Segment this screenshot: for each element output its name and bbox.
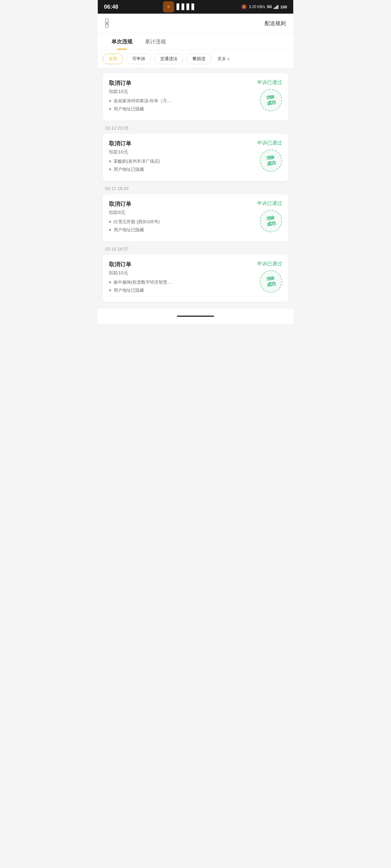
card-detail-2-2: 用户地址已隐藏 — [109, 167, 257, 173]
tab-cumulative-violation[interactable]: 累计违规 — [139, 33, 172, 50]
stamp-line2-3: 成功 — [266, 220, 277, 227]
stamp-4: 消除 成功 — [258, 269, 284, 294]
content-area: 取消订单 扣款10元 皇叔家漳州四果汤·炸串（万… 用户地址已隐藏 申诉已通过 … — [98, 68, 293, 308]
card-amount-1: 扣款10元 — [109, 89, 257, 95]
bullet-icon — [109, 229, 111, 231]
filter-bar: 全部 可申诉 交通违法 餐损违 更多 ∨ — [98, 50, 293, 68]
tabs-container: 单次违规 累计违规 — [98, 33, 293, 50]
bullet-icon — [109, 168, 111, 170]
appeal-status-4: 申诉已通过 — [257, 261, 282, 267]
date-separator-4: 02-10 16:57 — [98, 242, 293, 254]
mute-icon: 🔕 — [241, 4, 247, 10]
header: ‹ 配送规则 — [98, 13, 293, 33]
card-right-1: 申诉已通过 消除 成功 — [257, 80, 282, 111]
card-left-2: 取消订单 扣款10元 茉酸奶(泉州丰泽广场店) 用户地址已隐藏 — [109, 140, 257, 175]
card-right-3: 申诉已通过 消除 成功 — [257, 200, 282, 232]
stamp-line2-1: 成功 — [266, 99, 277, 106]
chevron-down-icon: ∨ — [227, 57, 230, 61]
filter-traffic[interactable]: 交通违法 — [154, 54, 184, 64]
violation-card-1: 取消订单 扣款10元 皇叔家漳州四果汤·炸串（万… 用户地址已隐藏 申诉已通过 … — [103, 73, 288, 121]
filter-food[interactable]: 餐损违 — [187, 54, 211, 64]
bottom-bar — [98, 308, 293, 323]
appeal-status-1: 申诉已通过 — [257, 80, 282, 86]
card-detail-3-1: 白雪元宵圆 (西街105号) — [109, 219, 257, 225]
filter-all[interactable]: 全部 — [103, 54, 123, 64]
status-center: 策 ▋▋▋▋ — [163, 1, 196, 12]
card-left-4: 取消订单 扣款10元 振中服饰(程居数字经济智慧… 用户地址已隐藏 — [109, 261, 257, 296]
card-left-1: 取消订单 扣款10元 皇叔家漳州四果汤·炸串（万… 用户地址已隐藏 — [109, 80, 257, 114]
stamp-line2-2: 成功 — [266, 160, 277, 167]
bullet-icon — [109, 160, 111, 162]
card-right-4: 申诉已通过 消除 成功 — [257, 261, 282, 292]
card-detail-1-2: 用户地址已隐藏 — [109, 106, 257, 112]
card-title-2: 取消订单 — [109, 140, 257, 147]
violation-card-4: 取消订单 扣款10元 振中服饰(程居数字经济智慧… 用户地址已隐藏 申诉已通过 … — [103, 254, 288, 302]
appeal-status-2: 申诉已通过 — [257, 140, 282, 146]
bullet-icon — [109, 108, 111, 110]
back-button[interactable]: ‹ — [105, 19, 109, 28]
network-speed: 3.20 KB/s — [249, 5, 265, 9]
status-bar: 06:48 策 ▋▋▋▋ 🔕 3.20 KB/s 5G 100 — [98, 0, 293, 13]
signal-icon — [274, 5, 278, 9]
card-amount-4: 扣款10元 — [109, 270, 257, 276]
stamp-1: 消除 成功 — [258, 87, 284, 113]
card-title-4: 取消订单 — [109, 261, 257, 268]
stamp-3: 消除 成功 — [258, 208, 284, 234]
card-detail-4-1: 振中服饰(程居数字经济智慧… — [109, 280, 257, 285]
appeal-status-3: 申诉已通过 — [257, 200, 282, 207]
audio-bars-icon: ▋▋▋▋ — [176, 3, 196, 10]
bullet-icon — [109, 281, 111, 283]
card-title-1: 取消订单 — [109, 80, 257, 87]
card-detail-2-1: 茉酸奶(泉州丰泽广场店) — [109, 159, 257, 164]
bullet-icon — [109, 221, 111, 223]
bullet-icon — [109, 289, 111, 291]
network-gen: 5G — [267, 5, 272, 9]
tab-single-violation[interactable]: 单次违规 — [105, 33, 139, 50]
stamp-2: 消除 成功 — [258, 148, 284, 173]
card-detail-4-2: 用户地址已隐藏 — [109, 288, 257, 293]
battery: 100 — [280, 5, 287, 9]
app-icon: 策 — [163, 1, 174, 12]
violation-card-3: 取消订单 扣款8元 白雪元宵圆 (西街105号) 用户地址已隐藏 申诉已通过 消… — [103, 194, 288, 242]
card-title-3: 取消订单 — [109, 200, 257, 208]
violation-card-2: 取消订单 扣款10元 茉酸奶(泉州丰泽广场店) 用户地址已隐藏 申诉已通过 消除… — [103, 134, 288, 181]
home-indicator — [177, 316, 214, 317]
card-right-2: 申诉已通过 消除 成功 — [257, 140, 282, 172]
date-separator-3: 02-11 18:10 — [98, 181, 293, 194]
date-separator-2: 02-12 23:35 — [98, 121, 293, 134]
bullet-icon — [109, 100, 111, 102]
status-time: 06:48 — [104, 4, 118, 10]
filter-appealable[interactable]: 可申诉 — [126, 54, 151, 64]
card-detail-1-1: 皇叔家漳州四果汤·炸串（万… — [109, 98, 257, 104]
card-left-3: 取消订单 扣款8元 白雪元宵圆 (西街105号) 用户地址已隐藏 — [109, 200, 257, 235]
stamp-line2-4: 成功 — [266, 281, 277, 288]
card-amount-2: 扣款10元 — [109, 149, 257, 155]
card-detail-3-2: 用户地址已隐藏 — [109, 227, 257, 233]
filter-more[interactable]: 更多 ∨ — [215, 54, 233, 64]
status-right: 🔕 3.20 KB/s 5G 100 — [241, 4, 287, 10]
delivery-rules-link[interactable]: 配送规则 — [265, 20, 286, 27]
card-amount-3: 扣款8元 — [109, 210, 257, 215]
